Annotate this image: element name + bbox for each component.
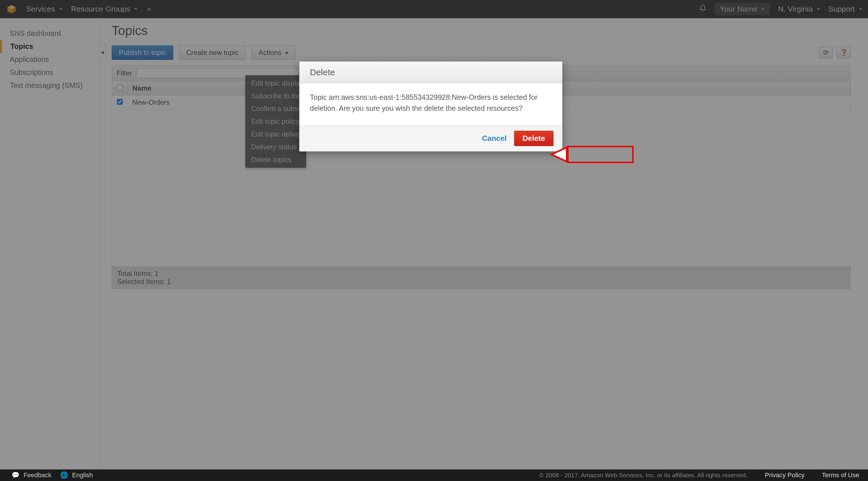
feedback-link[interactable]: 💬 Feedback [11, 472, 52, 479]
copyright-text: © 2008 - 2017, Amazon Web Services, Inc.… [539, 472, 748, 479]
chat-icon: 💬 [11, 472, 20, 479]
arrow-rect [567, 146, 633, 163]
feedback-label: Feedback [24, 472, 52, 479]
terms-of-use-link[interactable]: Terms of Use [822, 472, 859, 479]
language-label: English [72, 472, 93, 479]
language-selector[interactable]: 🌐 English [60, 472, 93, 479]
cancel-button[interactable]: Cancel [482, 134, 507, 143]
privacy-policy-link[interactable]: Privacy Policy [765, 472, 804, 479]
globe-icon: 🌐 [60, 472, 68, 479]
modal-title: Delete [300, 62, 562, 83]
bottombar: 💬 Feedback 🌐 English © 2008 - 2017, Amaz… [0, 470, 868, 481]
modal-body: Topic arn:aws:sns:us-east-1:585534329928… [300, 83, 562, 125]
delete-modal: Delete Topic arn:aws:sns:us-east-1:58553… [299, 61, 562, 152]
modal-footer: Cancel Delete [300, 125, 562, 151]
delete-button[interactable]: Delete [514, 131, 554, 146]
arrow-head-inner [553, 149, 566, 160]
